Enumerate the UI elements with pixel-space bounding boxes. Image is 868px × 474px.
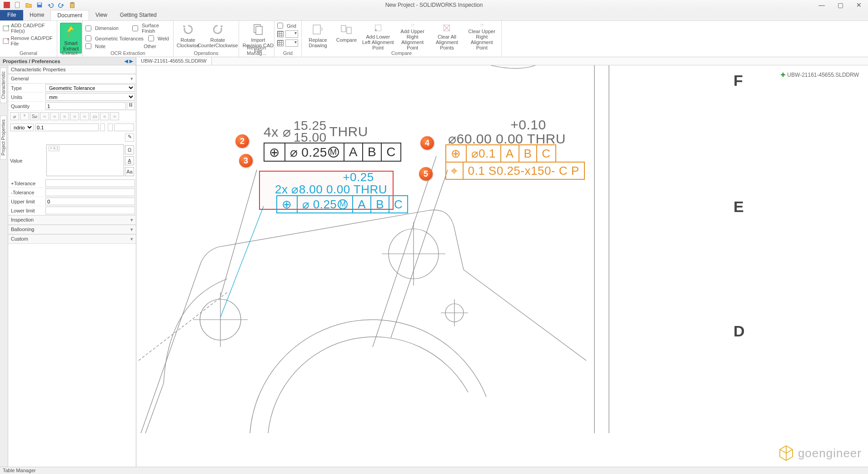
ulim-input[interactable] [45, 198, 135, 205]
goengineer-logo: goengineer [777, 444, 862, 462]
balloon-5[interactable]: 5 [419, 167, 433, 181]
font-aa-button[interactable]: Aa [125, 167, 134, 176]
svg-rect-14 [347, 27, 351, 34]
ptol-input[interactable] [45, 179, 135, 187]
weld-checkbox[interactable]: Weld [148, 35, 169, 41]
type-label: Type [8, 84, 45, 92]
window-title: New Project - SOLIDWORKS Inspection [385, 2, 483, 8]
gdt-sdia[interactable]: S⌀ [30, 112, 39, 120]
group-revision: Import Revision CAD File Revision Manag.… [239, 21, 274, 57]
open-icon[interactable] [25, 2, 32, 8]
gdt-dia[interactable]: ⌀ [10, 112, 19, 120]
llim-label: Lower limit [8, 207, 45, 214]
section-custom[interactable]: Custom [8, 234, 136, 244]
tol-extra-input[interactable] [114, 123, 134, 131]
quick-access-toolbar [0, 2, 75, 8]
minimize-button[interactable]: — [818, 1, 825, 9]
balloon-3[interactable]: 3 [239, 154, 253, 168]
tab-file[interactable]: File [0, 10, 23, 20]
gdt-c4[interactable]: ○ [70, 112, 79, 120]
title-bar: New Project - SOLIDWORKS Inspection — ▢ … [0, 0, 868, 10]
dimension-checkbox[interactable]: Dimension [85, 23, 119, 34]
add-cad-pdf-button[interactable]: + ADD CAD/PDF File(s) [3, 23, 54, 34]
grid-dropdown-2[interactable] [285, 40, 298, 47]
grid-icon[interactable] [277, 31, 284, 37]
redo-icon[interactable] [58, 2, 65, 8]
edit-value-button[interactable]: ✎ [125, 133, 134, 142]
rotate-cw-button[interactable]: Rotate Clockwise [176, 23, 200, 50]
gdt-c2[interactable]: ○ [50, 112, 59, 120]
close-button[interactable]: ✕ [856, 1, 862, 9]
svg-line-35 [220, 170, 257, 297]
quantity-link-icon[interactable]: ⛓ [127, 102, 135, 110]
other-dropdown[interactable]: Other [144, 43, 156, 49]
paste-icon[interactable] [69, 2, 75, 8]
fcf-5: ⌖ 0.1 S0.25-x150- C P [445, 162, 585, 180]
font-a-button[interactable]: A [125, 156, 134, 165]
side-tabs: Characteristic Project Properties [0, 65, 8, 467]
note-checkbox[interactable]: Note [85, 43, 105, 49]
clear-ur-point-button[interactable]: Clear Upper Right Alignment Point [465, 23, 499, 50]
save-icon[interactable] [36, 2, 43, 8]
tab-home[interactable]: Home [23, 10, 50, 20]
maximize-button[interactable]: ▢ [838, 1, 843, 9]
side-tab-characteristic[interactable]: Characteristic [0, 67, 7, 103]
replace-drawing-button[interactable]: Replace Drawing [304, 23, 331, 50]
group-grid: Grid Grid [274, 21, 302, 57]
document-tab[interactable]: UBW-21161-45655.SLDDRW [136, 57, 212, 65]
tol-btn-1[interactable] [100, 123, 105, 131]
gdt-c1[interactable]: ○ [40, 112, 49, 120]
new-icon[interactable] [15, 2, 21, 8]
gdt-deg[interactable]: ° [20, 112, 29, 120]
clear-all-points-button[interactable]: Clear All Alignment Points [431, 23, 464, 50]
llim-input[interactable] [45, 207, 135, 214]
gdt-sq[interactable]: ▭ [90, 112, 99, 120]
tolerance-input[interactable] [35, 123, 99, 131]
smart-extract-button[interactable]: Smart Extract [60, 23, 82, 54]
compare-button[interactable]: Compare [333, 23, 360, 50]
undo-icon[interactable] [47, 2, 54, 8]
svg-rect-13 [341, 25, 346, 32]
grid-dropdown-1[interactable] [285, 30, 298, 38]
units-select[interactable]: mm [45, 93, 135, 101]
type-select[interactable]: Geometric Tolerance [45, 84, 135, 92]
quantity-label: Quantity [8, 103, 45, 110]
doc-tabs: Properties / Preferences◀ ▶ UBW-21161-45… [0, 57, 868, 65]
remove-cad-pdf-button[interactable]: × Remove CAD/PDF File [3, 35, 54, 46]
gdt-c5[interactable]: ○ [80, 112, 89, 120]
app-icon [4, 2, 10, 8]
panel-tab-properties[interactable]: Properties / Preferences◀ ▶ [0, 57, 136, 65]
value-box[interactable]: ⌖ 0.1 [46, 144, 124, 176]
add-ur-point-button[interactable]: Add Upper Right Alignment Point [396, 23, 429, 50]
side-tab-project-properties[interactable]: Project Properties [0, 115, 7, 159]
tab-document[interactable]: Document [50, 10, 89, 20]
ndrioty-select[interactable]: ndrioty [10, 123, 34, 131]
group-extract: Smart Extract Extract [57, 21, 83, 57]
surface-finish-checkbox[interactable]: Surface Finish [132, 23, 170, 34]
group-operations: Rotate Clockwise Rotate CounterClockwise… [174, 21, 239, 57]
gdt-c6[interactable]: ○ [100, 112, 109, 120]
ntol-input[interactable] [45, 188, 135, 196]
tree-expand-icon[interactable]: ✚ [781, 72, 785, 78]
omega-button[interactable]: Ω [125, 145, 134, 154]
rotate-ccw-button[interactable]: Rotate CounterClockwise [200, 23, 236, 50]
grid-checkbox[interactable]: Grid [277, 23, 299, 29]
status-bar: Table Manager [0, 467, 868, 474]
add-ll-point-button[interactable]: Add Lower Left Alignment Point [362, 23, 394, 50]
drawing-canvas[interactable]: F E D ✚ UBW-21161-45655.SLDDRW 4x ⌀ 15.2… [136, 65, 868, 467]
balloon-4[interactable]: 4 [420, 136, 434, 150]
tol-btn-2[interactable] [108, 123, 113, 131]
section-ballooning[interactable]: Ballooning [8, 225, 136, 234]
tab-getting-started[interactable]: Getting Started [114, 10, 163, 20]
gdt-c7[interactable]: ○ [110, 112, 119, 120]
quantity-input[interactable] [45, 102, 126, 110]
balloon-2[interactable]: 2 [235, 134, 249, 148]
tab-view[interactable]: View [89, 10, 114, 20]
gdt-c3[interactable]: ○ [60, 112, 69, 120]
grid-icon-2[interactable] [277, 40, 284, 46]
document-tree-node[interactable]: ✚ UBW-21161-45655.SLDDRW [781, 72, 859, 78]
section-inspection[interactable]: Inspection [8, 215, 136, 225]
geo-tol-checkbox[interactable]: Geometric Tolerances [85, 35, 144, 41]
section-general[interactable]: General [8, 74, 136, 84]
gdt-symbol-row: ⌀ ° S⌀ ○ ○ ○ ○ ○ ▭ ○ ○ [8, 111, 136, 122]
